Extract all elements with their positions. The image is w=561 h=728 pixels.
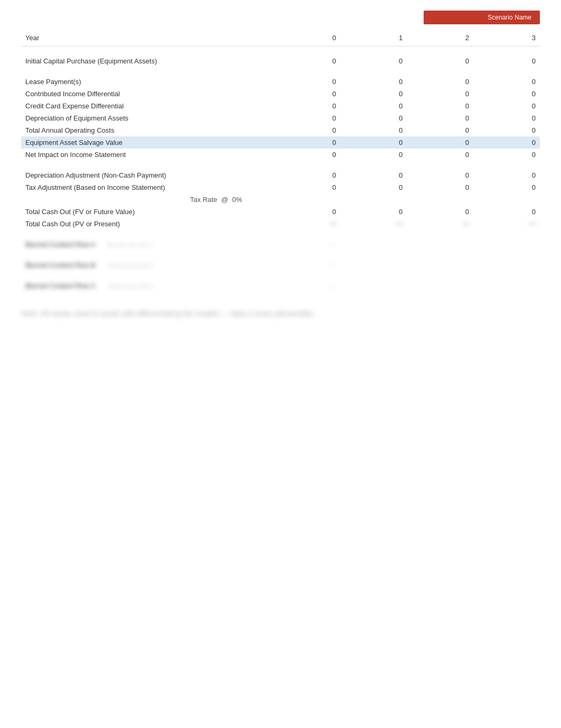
- year-header-row: Year 0 1 2 3: [21, 30, 540, 47]
- spacer-3: [21, 230, 540, 238]
- spacer-5: [21, 271, 540, 280]
- depreciation-equipment-label: Depreciation of Equipment Assets: [21, 112, 274, 124]
- initial-capital-label: Initial Capital Purchase (Equipment Asse…: [21, 55, 274, 67]
- depreciation-equipment-val-0: 0: [274, 112, 340, 124]
- tax-rate-at: @: [221, 196, 228, 204]
- total-fv-row: Total Cash Out (FV or Future Value) 0 0 …: [21, 206, 540, 218]
- blurred-row-3: Blurred Content Row C blurred sub info 3…: [21, 280, 540, 292]
- initial-capital-val-1: 0: [340, 55, 407, 67]
- depreciation-equipment-val-2: 0: [407, 112, 473, 124]
- total-pv-val-0: —: [274, 218, 340, 230]
- tax-adjustment-label: Tax Adjustment (Based on Income Statemen…: [21, 181, 274, 193]
- depreciation-adjustment-val-1: 0: [340, 169, 407, 181]
- scenario-header: Scenario Name: [21, 11, 540, 24]
- tax-rate-info: Tax Rate @ 0%: [21, 193, 274, 206]
- lease-payment-val-2: 0: [407, 76, 473, 88]
- tax-rate-row: Tax Rate @ 0%: [21, 193, 540, 206]
- blurred-row-1-label: Blurred Content Row A blurred sub info 1: [21, 238, 274, 251]
- credit-card-expense-label: Credit Card Expense Differential: [21, 100, 274, 112]
- total-annual-operating-val-0: 0: [274, 124, 340, 136]
- main-table: Year 0 1 2 3 Initial Capital Purchase (E…: [21, 30, 540, 292]
- scenario-name-bar: Scenario Name: [424, 11, 540, 24]
- lease-payment-row: Lease Payment(s) 0 0 0 0: [21, 76, 540, 88]
- tax-adjustment-val-1: 0: [340, 181, 407, 193]
- blurred-row-2: Blurred Content Row B blurred sub info 2…: [21, 259, 540, 271]
- lease-payment-label: Lease Payment(s): [21, 76, 274, 88]
- total-annual-operating-row: Total Annual Operating Costs 0 0 0 0: [21, 124, 540, 136]
- year-3: 3: [473, 30, 540, 47]
- year-1: 1: [340, 30, 407, 47]
- net-impact-val-2: 0: [407, 149, 473, 161]
- tax-adjustment-row: Tax Adjustment (Based on Income Statemen…: [21, 181, 540, 193]
- bottom-note: Note: All values used to assist with dif…: [21, 308, 540, 319]
- credit-card-expense-val-3: 0: [473, 100, 540, 112]
- total-pv-row: Total Cash Out (PV or Present) — — — —: [21, 218, 540, 230]
- initial-capital-val-0: 0: [274, 55, 340, 67]
- contributed-income-val-0: 0: [274, 88, 340, 100]
- total-annual-operating-label: Total Annual Operating Costs: [21, 124, 274, 136]
- depreciation-adjustment-val-2: 0: [407, 169, 473, 181]
- blurred-row-3-label: Blurred Content Row C blurred sub info 3: [21, 280, 274, 292]
- blurred-row-1: Blurred Content Row A blurred sub info 1…: [21, 238, 540, 251]
- bottom-note-text: Note: All values used to assist with dif…: [21, 309, 315, 318]
- blurred-row-2-label: Blurred Content Row B blurred sub info 2: [21, 259, 274, 271]
- total-pv-val-2: —: [407, 218, 473, 230]
- tax-rate-label: Tax Rate: [190, 196, 217, 204]
- contributed-income-val-1: 0: [340, 88, 407, 100]
- total-annual-operating-val-3: 0: [473, 124, 540, 136]
- total-annual-operating-val-1: 0: [340, 124, 407, 136]
- lease-payment-val-3: 0: [473, 76, 540, 88]
- scenario-name-label: Scenario Name: [488, 14, 531, 21]
- total-pv-label: Total Cash Out (PV or Present): [21, 218, 274, 230]
- year-0: 0: [274, 30, 340, 47]
- initial-capital-row: Initial Capital Purchase (Equipment Asse…: [21, 55, 540, 67]
- year-2: 2: [407, 30, 473, 47]
- equipment-salvage-row: Equipment Asset Salvage Value 0 0 0 0: [21, 136, 540, 149]
- total-fv-val-2: 0: [407, 206, 473, 218]
- net-impact-val-0: 0: [274, 149, 340, 161]
- initial-capital-val-3: 0: [473, 55, 540, 67]
- equipment-salvage-label: Equipment Asset Salvage Value: [21, 136, 274, 149]
- tax-rate-value: 0%: [232, 196, 242, 204]
- net-impact-row: Net Impact on Income Statement 0 0 0 0: [21, 149, 540, 161]
- year-label: Year: [21, 30, 274, 47]
- contributed-income-val-2: 0: [407, 88, 473, 100]
- total-annual-operating-val-2: 0: [407, 124, 473, 136]
- total-fv-val-3: 0: [473, 206, 540, 218]
- contributed-income-row: Contributed Income Differential 0 0 0 0: [21, 88, 540, 100]
- equipment-salvage-val-0: 0: [274, 136, 340, 149]
- total-fv-val-0: 0: [274, 206, 340, 218]
- depreciation-adjustment-row: Depreciation Adjustment (Non-Cash Paymen…: [21, 169, 540, 181]
- spacer-0: [21, 47, 540, 55]
- equipment-salvage-val-3: 0: [473, 136, 540, 149]
- total-fv-label: Total Cash Out (FV or Future Value): [21, 206, 274, 218]
- tax-adjustment-val-3: 0: [473, 181, 540, 193]
- credit-card-expense-val-0: 0: [274, 100, 340, 112]
- lease-payment-val-0: 0: [274, 76, 340, 88]
- tax-adjustment-val-0: 0: [274, 181, 340, 193]
- contributed-income-val-3: 0: [473, 88, 540, 100]
- lease-payment-val-1: 0: [340, 76, 407, 88]
- net-impact-val-1: 0: [340, 149, 407, 161]
- depreciation-adjustment-val-3: 0: [473, 169, 540, 181]
- contributed-income-label: Contributed Income Differential: [21, 88, 274, 100]
- net-impact-label: Net Impact on Income Statement: [21, 149, 274, 161]
- spacer-4: [21, 251, 540, 259]
- equipment-salvage-val-2: 0: [407, 136, 473, 149]
- credit-card-expense-row: Credit Card Expense Differential 0 0 0 0: [21, 100, 540, 112]
- spacer-2: [21, 161, 540, 169]
- spacer-1: [21, 67, 540, 76]
- depreciation-equipment-val-3: 0: [473, 112, 540, 124]
- net-impact-val-3: 0: [473, 149, 540, 161]
- tax-adjustment-val-2: 0: [407, 181, 473, 193]
- depreciation-equipment-row: Depreciation of Equipment Assets 0 0 0 0: [21, 112, 540, 124]
- depreciation-adjustment-label: Depreciation Adjustment (Non-Cash Paymen…: [21, 169, 274, 181]
- total-pv-val-1: —: [340, 218, 407, 230]
- depreciation-adjustment-val-0: 0: [274, 169, 340, 181]
- depreciation-equipment-val-1: 0: [340, 112, 407, 124]
- total-fv-val-1: 0: [340, 206, 407, 218]
- equipment-salvage-val-1: 0: [340, 136, 407, 149]
- total-pv-val-3: —: [473, 218, 540, 230]
- credit-card-expense-val-1: 0: [340, 100, 407, 112]
- initial-capital-val-2: 0: [407, 55, 473, 67]
